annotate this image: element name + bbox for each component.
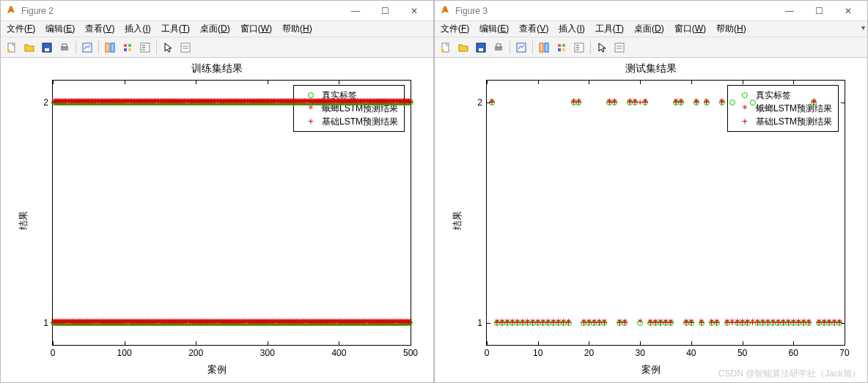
print-button[interactable]	[490, 40, 507, 56]
open-button[interactable]	[455, 40, 471, 56]
plotbrowser-button[interactable]	[177, 40, 194, 56]
menu-insert[interactable]: 插入(I)	[559, 23, 584, 35]
data-point: +	[699, 318, 705, 328]
data-point	[729, 100, 735, 105]
print-button[interactable]	[56, 40, 73, 56]
data-point	[750, 100, 756, 105]
x-tick: 40	[686, 345, 696, 358]
minimize-button[interactable]: —	[341, 2, 370, 20]
data-point: +	[806, 318, 812, 328]
svg-rect-32	[562, 48, 565, 51]
menu-file[interactable]: 文件(F)	[441, 23, 469, 35]
window-title: Figure 3	[455, 6, 775, 16]
colorbar-button[interactable]	[553, 40, 570, 56]
menu-edit[interactable]: 编辑(E)	[479, 23, 509, 35]
menu-help[interactable]: 帮助(H)	[716, 23, 746, 35]
datacursor-button[interactable]	[102, 40, 118, 56]
svg-rect-7	[106, 43, 109, 52]
menu-file[interactable]: 文件(F)	[7, 23, 35, 35]
menu-window[interactable]: 窗口(W)	[674, 23, 706, 35]
x-tick: 0	[51, 345, 56, 358]
linkdata-button[interactable]	[513, 40, 529, 56]
legend-label: 基础LSTM预测结果	[756, 116, 832, 128]
y-axis-label: 结果	[451, 211, 464, 230]
x-tick: 100	[117, 345, 132, 358]
x-tick: 20	[584, 345, 594, 358]
svg-rect-9	[124, 44, 127, 47]
data-point: +	[566, 318, 572, 328]
data-point: +	[704, 97, 710, 108]
menu-edit[interactable]: 编辑(E)	[45, 23, 75, 35]
x-tick: 30	[635, 345, 644, 358]
new-button[interactable]	[438, 40, 454, 56]
data-point: +	[678, 97, 684, 108]
window-title: Figure 2	[21, 6, 341, 16]
datacursor-button[interactable]	[536, 40, 552, 56]
data-point: +	[719, 97, 725, 108]
svg-rect-17	[181, 43, 190, 52]
plot-area: 训练集结果 结果 案例 010020030040050012真实标签*蛾螂LST…	[1, 58, 433, 382]
menu-view[interactable]: 查看(V)	[85, 23, 114, 35]
menu-help[interactable]: 帮助(H)	[282, 23, 312, 35]
matlab-icon	[439, 5, 451, 17]
data-point: +	[714, 318, 720, 328]
data-point: +	[622, 318, 628, 328]
svg-rect-3	[45, 48, 49, 51]
menu-insert[interactable]: 插入(I)	[125, 23, 150, 35]
menu-desktop[interactable]: 桌面(D)	[634, 23, 664, 35]
titlebar: Figure 3 — ☐ ✕	[435, 1, 867, 21]
menu-desktop[interactable]: 桌面(D)	[200, 23, 230, 35]
svg-rect-27	[540, 43, 543, 52]
toolbar	[435, 37, 867, 58]
menu-window[interactable]: 窗口(W)	[240, 23, 272, 35]
new-button[interactable]	[4, 40, 20, 56]
menu-view[interactable]: 查看(V)	[519, 23, 548, 35]
axes[interactable]: 01020304050607012真实标签*蛾螂LSTM预测结果+基础LSTM预…	[486, 80, 845, 346]
maximize-button[interactable]: ☐	[370, 2, 400, 20]
pointer-button[interactable]	[594, 40, 610, 56]
x-tick: 300	[260, 345, 275, 358]
pointer-button[interactable]	[160, 40, 176, 56]
figure-window-3: Figure 3 — ☐ ✕ 文件(F)编辑(E)查看(V)插入(I)工具(T)…	[434, 0, 868, 383]
close-button[interactable]: ✕	[834, 2, 863, 20]
data-point: +	[642, 97, 648, 108]
data-point: +	[489, 97, 495, 108]
axes[interactable]: 010020030040050012真实标签*蛾螂LSTM预测结果+基础LSTM…	[52, 80, 411, 346]
data-point: +	[611, 97, 617, 108]
minimize-button[interactable]: —	[775, 2, 804, 20]
data-point: +	[668, 318, 674, 328]
svg-rect-23	[479, 48, 483, 51]
legend[interactable]: 真实标签*蛾螂LSTM预测结果+基础LSTM预测结果	[293, 85, 405, 132]
legend-button[interactable]	[137, 40, 153, 56]
legend-entry: +基础LSTM预测结果	[734, 115, 832, 128]
legend-entry: 真实标签	[734, 89, 832, 102]
menu-tools[interactable]: 工具(T)	[595, 23, 624, 35]
x-tick: 60	[789, 345, 798, 358]
plot-area: 测试集结果 结果 案例 01020304050607012真实标签*蛾螂LSTM…	[435, 58, 867, 382]
save-button[interactable]	[473, 40, 489, 56]
maximize-button[interactable]: ☐	[804, 2, 834, 20]
menu-tools[interactable]: 工具(T)	[161, 23, 190, 35]
data-point: +	[836, 318, 842, 328]
y-tick: 2	[477, 97, 487, 108]
data-point: +	[811, 97, 817, 108]
legend-button[interactable]	[571, 40, 587, 56]
menubar: 文件(F)编辑(E)查看(V)插入(I)工具(T)桌面(D)窗口(W)帮助(H)	[1, 21, 433, 37]
close-button[interactable]: ✕	[400, 2, 429, 20]
open-button[interactable]	[21, 40, 37, 56]
save-button[interactable]	[39, 40, 55, 56]
svg-rect-25	[496, 44, 501, 47]
x-tick: 50	[738, 345, 747, 358]
x-tick: 10	[533, 345, 542, 358]
legend[interactable]: 真实标签*蛾螂LSTM预测结果+基础LSTM预测结果	[727, 85, 839, 132]
svg-rect-6	[83, 43, 92, 52]
svg-point-1	[7, 49, 10, 52]
plotbrowser-button[interactable]	[611, 40, 628, 56]
colorbar-button[interactable]	[119, 40, 136, 56]
legend-entry: +基础LSTM预测结果	[300, 115, 398, 128]
x-tick: 0	[485, 345, 490, 358]
x-tick: 200	[188, 345, 203, 358]
titlebar: Figure 2 — ☐ ✕	[1, 1, 433, 21]
linkdata-button[interactable]	[79, 40, 95, 56]
menubar-overflow-icon[interactable]: ▾	[861, 23, 865, 31]
